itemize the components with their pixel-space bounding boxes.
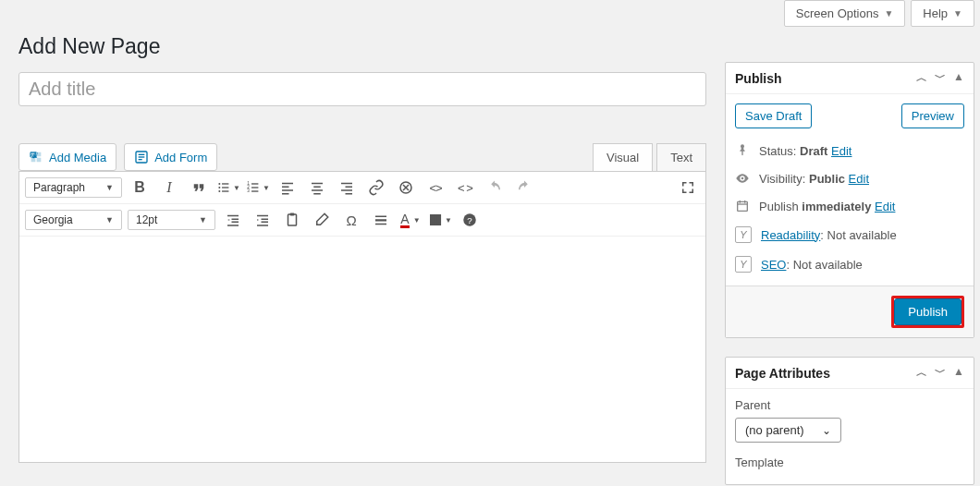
publishtime-edit-link[interactable]: Edit: [875, 200, 895, 213]
svg-rect-15: [251, 187, 258, 188]
align-right-button[interactable]: [335, 176, 359, 200]
chevron-down-icon: ⌄: [822, 424, 831, 437]
align-center-button[interactable]: [305, 176, 329, 200]
screen-options-label: Screen Options: [796, 6, 879, 20]
shortcode2-button[interactable]: < >: [453, 176, 477, 200]
svg-rect-8: [222, 183, 228, 184]
code-icon: < >: [458, 181, 472, 195]
help-icon: ?: [461, 212, 478, 228]
undo-icon: [486, 179, 503, 196]
caret-down-icon: ▼: [953, 8, 962, 18]
publish-panel-title: Publish: [735, 71, 782, 86]
link-icon: [368, 179, 385, 196]
chevron-down-icon[interactable]: ﹀: [935, 70, 946, 86]
indent-icon: [254, 212, 271, 228]
format-select[interactable]: Paragraph ▼: [25, 177, 122, 198]
svg-rect-34: [257, 215, 268, 217]
svg-rect-42: [375, 224, 386, 225]
help-button-editor[interactable]: ?: [458, 208, 482, 232]
svg-rect-33: [227, 225, 239, 226]
outdent-icon: [225, 212, 241, 228]
svg-rect-17: [282, 183, 293, 185]
blockquote-button[interactable]: [187, 176, 211, 200]
toolbar-row-2: Georgia ▼ 12pt ▼ Ω A▼ ▼ ?: [19, 204, 705, 237]
special-char-button[interactable]: Ω: [339, 208, 363, 232]
bulleted-list-button[interactable]: ▼: [216, 176, 240, 200]
clear-format-button[interactable]: [310, 208, 334, 232]
help-label: Help: [923, 6, 948, 20]
parent-select[interactable]: (no parent) ⌄: [735, 418, 841, 443]
numbered-list-button[interactable]: 123▼: [246, 176, 270, 200]
caret-down-icon: ▼: [105, 215, 114, 225]
svg-rect-10: [222, 190, 228, 191]
add-form-label: Add Form: [154, 151, 207, 164]
seo-link[interactable]: SEO: [761, 258, 786, 272]
form-icon: [134, 150, 149, 164]
text-color-button[interactable]: A▼: [398, 208, 423, 232]
add-media-button[interactable]: Add Media: [18, 143, 116, 171]
svg-point-6: [218, 187, 220, 188]
align-left-icon: [279, 179, 296, 196]
wpbakery-button[interactable]: [394, 176, 418, 200]
textcolor-icon: A: [400, 213, 409, 228]
add-media-label: Add Media: [49, 151, 106, 164]
triangle-up-icon[interactable]: ▲: [953, 70, 964, 86]
link-button[interactable]: [364, 176, 388, 200]
svg-rect-30: [227, 215, 239, 217]
svg-rect-16: [251, 190, 258, 191]
svg-rect-18: [282, 187, 289, 188]
caret-down-icon: ▼: [413, 216, 421, 225]
eraser-icon: [313, 212, 330, 228]
chevron-up-icon[interactable]: ︿: [916, 70, 927, 86]
align-center-icon: [309, 179, 325, 196]
table-button[interactable]: ▼: [428, 208, 452, 232]
svg-rect-19: [282, 189, 293, 191]
code-icon: <>: [429, 181, 441, 195]
help-button[interactable]: Help ▼: [911, 0, 974, 27]
publish-panel-header[interactable]: Publish ︿ ﹀ ▲: [726, 63, 974, 94]
format-value: Paragraph: [33, 181, 85, 194]
font-select[interactable]: Georgia ▼: [25, 210, 122, 230]
svg-rect-51: [738, 201, 748, 211]
italic-button[interactable]: I: [157, 176, 181, 200]
bold-icon: B: [134, 179, 145, 196]
save-draft-button[interactable]: Save Draft: [735, 103, 812, 128]
caret-down-icon: ▼: [199, 215, 207, 225]
attributes-panel-header[interactable]: Page Attributes ︿ ﹀ ▲: [726, 358, 974, 389]
hr-button[interactable]: [369, 208, 393, 232]
readability-link[interactable]: Readability: [761, 228, 820, 242]
add-form-button[interactable]: Add Form: [124, 143, 217, 171]
triangle-up-icon[interactable]: ▲: [953, 365, 964, 381]
bold-button[interactable]: B: [128, 176, 152, 200]
align-left-button[interactable]: [276, 176, 300, 200]
svg-rect-41: [375, 219, 386, 221]
paste-button[interactable]: [280, 208, 304, 232]
visibility-edit-link[interactable]: Edit: [849, 172, 869, 186]
title-input[interactable]: [18, 72, 706, 106]
redo-button[interactable]: [512, 176, 536, 200]
fontsize-value: 12pt: [136, 213, 157, 226]
fontsize-select[interactable]: 12pt ▼: [128, 210, 215, 230]
list-ol-icon: 123: [246, 179, 261, 196]
screen-options-button[interactable]: Screen Options ▼: [784, 0, 906, 27]
shortcode-button[interactable]: <>: [423, 176, 447, 200]
indent-button[interactable]: [251, 208, 275, 232]
chevron-down-icon[interactable]: ﹀: [935, 365, 946, 381]
clipboard-icon: [284, 212, 300, 228]
editor-content[interactable]: [19, 237, 705, 462]
redo-icon: [516, 179, 533, 196]
undo-button[interactable]: [483, 176, 507, 200]
table-icon: [428, 212, 443, 228]
preview-button[interactable]: Preview: [901, 103, 964, 128]
quote-icon: [190, 179, 207, 196]
parent-value: (no parent): [745, 423, 804, 437]
font-value: Georgia: [33, 213, 73, 226]
outdent-button[interactable]: [221, 208, 245, 232]
chevron-up-icon[interactable]: ︿: [916, 365, 927, 381]
page-attributes-panel: Page Attributes ︿ ﹀ ▲ Parent (no parent)…: [725, 357, 974, 485]
list-ul-icon: [216, 179, 231, 196]
status-edit-link[interactable]: Edit: [831, 144, 851, 158]
yoast-icon: Y: [735, 226, 752, 243]
fullscreen-button[interactable]: [676, 176, 700, 200]
publish-button[interactable]: Publish: [894, 298, 962, 325]
